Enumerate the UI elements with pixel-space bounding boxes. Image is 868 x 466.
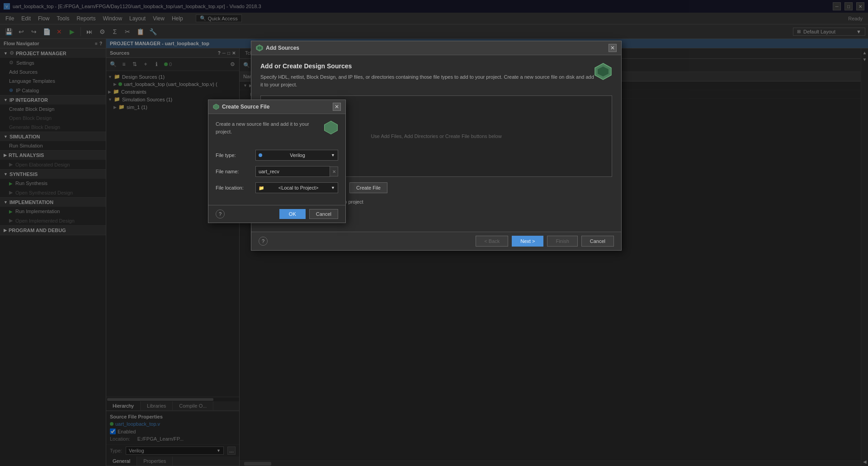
file-type-row: File type: Verilog ▼ (216, 150, 338, 161)
create-dialog-help-icon[interactable]: ? (216, 209, 225, 219)
add-sources-section-title: Add or Create Design Sources (260, 62, 594, 70)
vivado-logo-icon (256, 44, 263, 52)
cancel-button[interactable]: Cancel (581, 236, 614, 247)
file-location-row: File location: 📁 <Local to Project> ▼ (216, 182, 338, 193)
dropdown-arrow: ▼ (331, 185, 335, 190)
create-source-dialog: Create Source File ✕ Create a new source… (208, 100, 346, 223)
add-sources-title-bar: Add Sources ✕ (251, 41, 621, 55)
file-name-label: File name: (216, 169, 252, 174)
create-source-desc: Create a new source file and add it to y… (216, 120, 320, 135)
create-source-body: Create a new source file and add it to y… (208, 114, 345, 205)
verilog-dot (259, 153, 262, 157)
vivado-large-icon (594, 62, 612, 81)
create-source-title-bar: Create Source File ✕ (208, 100, 345, 114)
vivado-small-icon (213, 104, 219, 110)
file-type-label: File type: (216, 152, 252, 158)
create-source-title: Create Source File (213, 104, 269, 110)
add-sources-description: Specify HDL, netlist, Block Design, and … (260, 73, 594, 88)
svg-marker-6 (325, 121, 338, 134)
file-name-input[interactable] (255, 166, 330, 177)
dialog-help-icon[interactable]: ? (259, 237, 268, 246)
create-source-close-button[interactable]: ✕ (333, 103, 341, 111)
file-name-row: File name: ✕ (216, 166, 338, 177)
svg-marker-5 (213, 104, 219, 109)
file-name-clear-btn[interactable]: ✕ (330, 166, 338, 176)
folder-icon: 📁 (259, 185, 264, 190)
back-button[interactable]: < Back (476, 236, 508, 247)
create-file-button[interactable]: Create File (349, 182, 387, 193)
create-source-footer: ? OK Cancel (208, 205, 345, 223)
file-location-label: File location: (216, 185, 252, 190)
create-cancel-button[interactable]: Cancel (309, 209, 338, 219)
vivado-medium-icon (324, 120, 338, 135)
file-type-dropdown[interactable]: Verilog ▼ (255, 150, 338, 161)
add-sources-footer: ? < Back Next > Finish Cancel (251, 232, 621, 250)
create-footer-buttons: OK Cancel (279, 209, 338, 219)
add-sources-title: Add Sources (256, 44, 299, 52)
add-sources-close-button[interactable]: ✕ (609, 44, 617, 52)
file-name-input-group: ✕ (255, 166, 338, 177)
file-location-dropdown[interactable]: 📁 <Local to Project> ▼ (255, 182, 338, 193)
finish-button[interactable]: Finish (547, 236, 577, 247)
next-button[interactable]: Next > (512, 236, 543, 247)
ok-button[interactable]: OK (279, 209, 306, 219)
footer-buttons: < Back Next > Finish Cancel (476, 236, 614, 247)
dropdown-arrow: ▼ (331, 153, 335, 157)
